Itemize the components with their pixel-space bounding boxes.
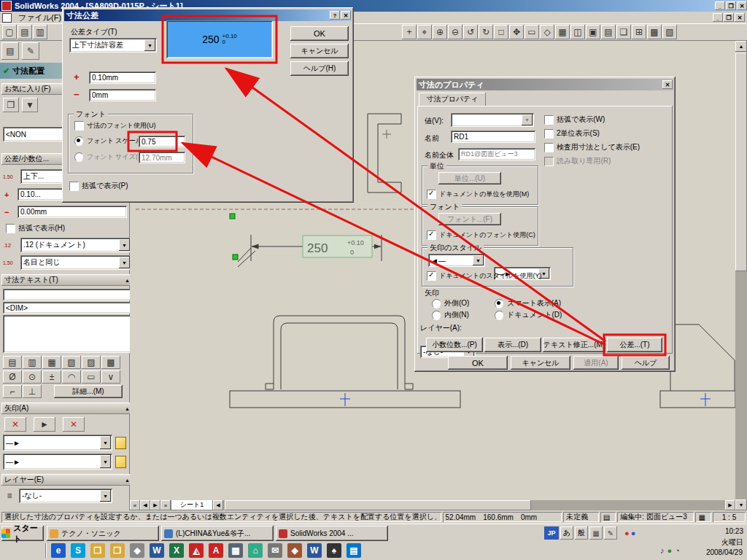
arrow-position-toggle[interactable]: ✕ bbox=[63, 417, 85, 432]
text-align-button[interactable]: ▧ bbox=[62, 356, 81, 369]
toolbar-icon[interactable]: ▧ bbox=[662, 25, 677, 39]
use-document-style-checkbox[interactable] bbox=[427, 271, 436, 281]
language-bar-icon[interactable]: ▦ bbox=[589, 526, 603, 540]
vscroll-down-arrow[interactable]: ▼ bbox=[735, 499, 747, 510]
taskbar-task-button[interactable]: SolidWorks 2004 ... bbox=[276, 526, 388, 541]
layer-combo[interactable]: -なし-▼ bbox=[19, 489, 112, 503]
text-align-button[interactable]: ▦ bbox=[42, 356, 61, 369]
use-dimension-font-checkbox[interactable] bbox=[74, 121, 84, 131]
toolbar-icon[interactable]: ◇ bbox=[540, 25, 554, 39]
cancel-button[interactable]: キャンセル bbox=[290, 44, 349, 58]
quick-launch-icon[interactable]: ⌂ bbox=[248, 543, 263, 558]
help-icon[interactable]: ? bbox=[330, 11, 340, 20]
ok-check-icon[interactable]: ✔ bbox=[3, 66, 9, 76]
minimize-button[interactable]: _ bbox=[715, 1, 725, 10]
tray-icon[interactable]: ● bbox=[631, 529, 636, 537]
panel-tab-icon[interactable]: ▤ bbox=[1, 42, 19, 60]
chevron-down-icon[interactable]: ▼ bbox=[144, 39, 155, 51]
taskbar-task-button[interactable]: (L)CHINA&Yue&爷子... bbox=[161, 526, 274, 541]
text-align-button[interactable]: ▥ bbox=[23, 356, 42, 369]
ok-button[interactable]: OK bbox=[290, 26, 349, 41]
ime-mode-button[interactable]: あ bbox=[560, 526, 573, 540]
minus-tolerance-field[interactable]: 0mm bbox=[89, 89, 156, 101]
toolbar-icon[interactable]: + bbox=[402, 25, 417, 39]
toolbar-icon[interactable]: ⊕ bbox=[433, 25, 447, 39]
toolbar-icon[interactable]: ▦ bbox=[555, 25, 570, 39]
quick-launch-icon[interactable]: ◭ bbox=[189, 543, 204, 558]
show-parentheses-checkbox[interactable] bbox=[544, 115, 554, 125]
sheet-tab[interactable]: シート1 bbox=[171, 500, 213, 510]
modify-text-button[interactable]: テキスト修正...(M) bbox=[543, 338, 605, 352]
text-align-button[interactable]: ▩ bbox=[101, 356, 120, 369]
symbol-button[interactable]: ∨ bbox=[101, 370, 120, 384]
close-icon[interactable]: ✕ bbox=[341, 11, 351, 20]
toolbar-icon[interactable]: ▢ bbox=[2, 25, 17, 39]
arrow-document-radio[interactable] bbox=[495, 311, 504, 320]
tray-icon[interactable]: ◔ bbox=[675, 546, 680, 555]
font-size-radio[interactable] bbox=[74, 152, 84, 162]
toolbar-icon[interactable]: ⌖ bbox=[417, 25, 432, 39]
quick-launch-icon[interactable]: W bbox=[307, 543, 322, 558]
start-button[interactable]: スタート bbox=[1, 526, 44, 541]
toolbar-icon[interactable]: ◫ bbox=[570, 25, 585, 39]
toolbar-icon[interactable]: ▤ bbox=[18, 25, 32, 39]
quick-launch-divider[interactable] bbox=[45, 543, 47, 558]
quick-launch-icon[interactable]: e bbox=[51, 543, 66, 558]
arrow-position-toggle[interactable]: ✕ bbox=[4, 417, 26, 432]
symbol-button[interactable]: ⌐ bbox=[3, 385, 22, 398]
symbol-button[interactable]: ▭ bbox=[82, 370, 101, 384]
vertical-scrollbar[interactable]: ▲ ▼ bbox=[735, 41, 747, 510]
language-indicator[interactable]: JP bbox=[544, 526, 559, 540]
hscroll-right-arrow[interactable]: ▶ bbox=[725, 500, 735, 510]
quick-launch-icon[interactable]: X bbox=[169, 543, 184, 558]
dual-dimension-checkbox[interactable] bbox=[544, 129, 554, 139]
quick-launch-icon[interactable]: ◈ bbox=[287, 543, 302, 558]
quick-launch-icon[interactable]: A bbox=[209, 543, 223, 558]
dimension-text-field-1[interactable] bbox=[3, 289, 131, 300]
use-document-font-checkbox[interactable] bbox=[427, 230, 436, 240]
arrow-smart-radio[interactable] bbox=[495, 299, 504, 308]
toolbar-icon[interactable]: ⊖ bbox=[448, 25, 462, 39]
toolbar-icon[interactable]: ▩ bbox=[647, 25, 662, 39]
language-bar-icon[interactable]: ✎ bbox=[604, 526, 617, 540]
tab-dimension-properties[interactable]: 寸法プロパティ bbox=[419, 93, 486, 106]
toolbar-icon[interactable]: ↺ bbox=[463, 25, 478, 39]
arrow-position-toggle[interactable]: ► bbox=[34, 417, 55, 432]
arrow-left-style-combo[interactable]: ◄—▼ bbox=[428, 254, 485, 267]
toolbar-icon[interactable]: ⊞ bbox=[632, 25, 646, 39]
text-align-button[interactable]: ▤ bbox=[3, 356, 22, 369]
hscroll-left-arrow[interactable]: ◀ bbox=[213, 500, 223, 510]
tolerance-dialog-titlebar[interactable]: 寸法公差 ? ✕ bbox=[64, 9, 352, 21]
tolerance-type-combo[interactable]: 上下寸法許容差▼ bbox=[69, 38, 157, 52]
arrow-style-combo-1[interactable]: —►▼ bbox=[3, 435, 112, 451]
child-minimize-button[interactable]: _ bbox=[713, 13, 723, 22]
chevron-down-icon[interactable]: ▼ bbox=[100, 455, 111, 468]
quick-launch-icon[interactable]: ◆ bbox=[130, 543, 144, 558]
toolbar-icon[interactable]: ✥ bbox=[509, 25, 524, 39]
value-combo[interactable]: ▼ bbox=[451, 113, 534, 127]
minus-tolerance-field[interactable]: 0.00mm bbox=[18, 206, 127, 218]
plus-tolerance-field[interactable]: 0.10mm bbox=[89, 71, 156, 84]
child-close-button[interactable]: ✕ bbox=[735, 13, 745, 22]
tolerance-button[interactable]: 公差...(T) bbox=[607, 338, 662, 352]
font-scale-field[interactable]: 0.75 bbox=[139, 136, 185, 147]
close-icon[interactable]: ✕ bbox=[662, 80, 673, 89]
text-align-button[interactable]: ▨ bbox=[82, 356, 101, 369]
show-parentheses-checkbox[interactable] bbox=[69, 182, 79, 191]
tray-icon[interactable]: ● bbox=[667, 546, 673, 555]
symbol-button[interactable]: ⊙ bbox=[23, 370, 42, 384]
dimension-text-area[interactable] bbox=[3, 315, 131, 353]
arrow-outside-radio[interactable] bbox=[432, 299, 441, 308]
panel-tab-icon[interactable]: ✎ bbox=[22, 42, 39, 60]
chevron-down-icon[interactable]: ▼ bbox=[119, 257, 130, 268]
font-scale-radio[interactable] bbox=[74, 136, 84, 146]
toolbar-icon[interactable]: ▭ bbox=[525, 25, 539, 39]
chevron-down-icon[interactable]: ▼ bbox=[473, 255, 484, 265]
tray-icon[interactable]: ♪ bbox=[660, 546, 665, 555]
quick-launch-icon[interactable]: S bbox=[71, 543, 85, 558]
precision-button[interactable]: 小数位数...(P) bbox=[426, 338, 483, 352]
toolbar-icon[interactable]: ▣ bbox=[586, 25, 600, 39]
chevron-down-icon[interactable]: ▼ bbox=[100, 490, 111, 502]
attachment-icon[interactable] bbox=[115, 456, 126, 468]
cancel-button[interactable]: キャンセル bbox=[511, 356, 570, 370]
